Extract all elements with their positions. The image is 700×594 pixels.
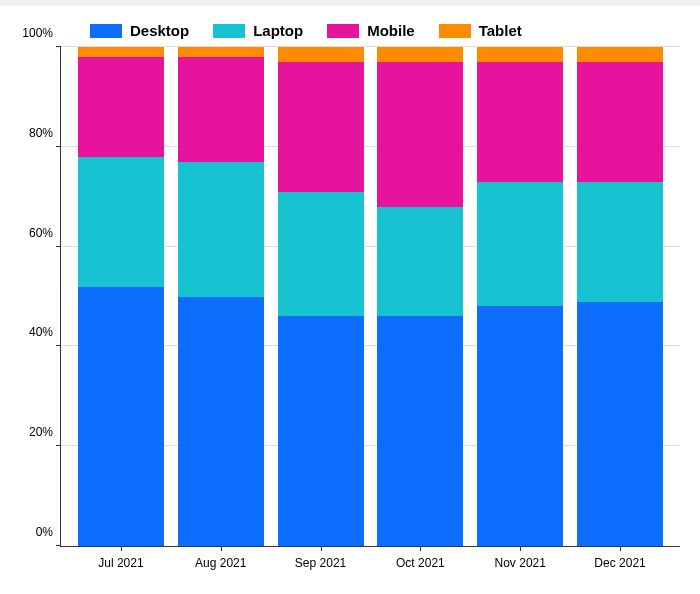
- segment-mobile: [377, 62, 463, 207]
- legend-swatch-laptop: [213, 24, 245, 38]
- segment-laptop: [477, 182, 563, 307]
- segment-desktop: [278, 316, 364, 546]
- segment-mobile: [178, 57, 264, 162]
- segment-desktop: [577, 302, 663, 547]
- x-tick-label: Jul 2021: [98, 556, 143, 570]
- segment-tablet: [377, 47, 463, 62]
- legend-swatch-desktop: [90, 24, 122, 38]
- segment-desktop: [78, 287, 164, 546]
- bars-container: Jul 2021 Aug 2021 Sep 2021: [61, 47, 680, 546]
- segment-laptop: [377, 207, 463, 317]
- segment-mobile: [577, 62, 663, 182]
- legend-label: Mobile: [367, 22, 415, 39]
- legend-label: Tablet: [479, 22, 522, 39]
- y-tick-label: 100%: [22, 26, 61, 40]
- segment-mobile: [78, 57, 164, 157]
- segment-tablet: [178, 47, 264, 57]
- segment-laptop: [278, 192, 364, 317]
- segment-tablet: [577, 47, 663, 62]
- legend-item-laptop: Laptop: [213, 22, 303, 39]
- y-tick-label: 40%: [29, 325, 61, 339]
- bar-group: Dec 2021: [577, 47, 663, 546]
- bar-group: Sep 2021: [278, 47, 364, 546]
- segment-mobile: [278, 62, 364, 192]
- legend: Desktop Laptop Mobile Tablet: [90, 22, 680, 39]
- x-tick-label: Aug 2021: [195, 556, 246, 570]
- segment-desktop: [477, 306, 563, 546]
- y-tick-label: 0%: [36, 525, 61, 539]
- plot-area: 0% 20% 40% 60% 80% 100% Jul 2021: [60, 47, 680, 547]
- segment-laptop: [178, 162, 264, 297]
- segment-mobile: [477, 62, 563, 182]
- legend-item-tablet: Tablet: [439, 22, 522, 39]
- segment-laptop: [78, 157, 164, 287]
- legend-item-desktop: Desktop: [90, 22, 189, 39]
- legend-label: Laptop: [253, 22, 303, 39]
- segment-laptop: [577, 182, 663, 302]
- y-tick-label: 20%: [29, 425, 61, 439]
- x-tick-label: Dec 2021: [594, 556, 645, 570]
- header-strip: [0, 0, 700, 6]
- stacked-bar-chart: Desktop Laptop Mobile Tablet 0% 20% 40% …: [0, 0, 700, 594]
- legend-swatch-tablet: [439, 24, 471, 38]
- x-tick-label: Nov 2021: [495, 556, 546, 570]
- y-tick-label: 60%: [29, 226, 61, 240]
- y-tick-label: 80%: [29, 126, 61, 140]
- x-tick-label: Oct 2021: [396, 556, 445, 570]
- bar-group: Oct 2021: [377, 47, 463, 546]
- segment-tablet: [78, 47, 164, 57]
- segment-desktop: [377, 316, 463, 546]
- bar-group: Jul 2021: [78, 47, 164, 546]
- segment-tablet: [278, 47, 364, 62]
- bar-group: Nov 2021: [477, 47, 563, 546]
- bar-group: Aug 2021: [178, 47, 264, 546]
- segment-desktop: [178, 297, 264, 547]
- legend-label: Desktop: [130, 22, 189, 39]
- legend-item-mobile: Mobile: [327, 22, 415, 39]
- x-tick-label: Sep 2021: [295, 556, 346, 570]
- segment-tablet: [477, 47, 563, 62]
- legend-swatch-mobile: [327, 24, 359, 38]
